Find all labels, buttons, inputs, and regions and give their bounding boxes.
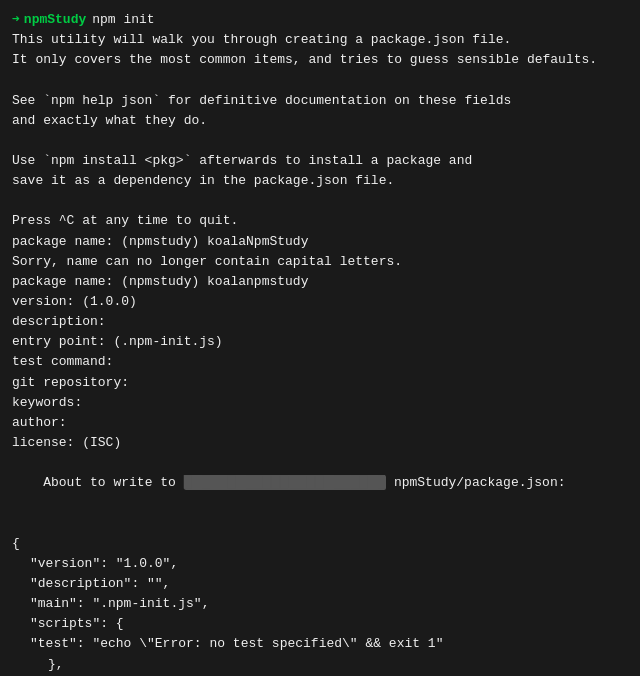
- json-main: "scripts": {: [12, 614, 628, 634]
- git-repo-line: git repository:: [12, 373, 628, 393]
- author-line: author:: [12, 413, 628, 433]
- pkg-name-1: package name: (npmstudy) koalaNpmStudy: [12, 232, 628, 252]
- info-line-1: This utility will walk you through creat…: [12, 30, 628, 50]
- prompt-dir-1: npmStudy: [24, 10, 86, 30]
- about-write-prefix: About to write to: [43, 475, 183, 490]
- json-description: "main": ".npm-init.js",: [12, 594, 628, 614]
- info-line-4: and exactly what they do.: [12, 111, 628, 131]
- terminal: ➜ npmStudy npm init This utility will wa…: [0, 0, 640, 676]
- prompt-line-1: ➜ npmStudy npm init: [12, 10, 628, 30]
- blurred-path: █ █ █ █████████ ████ █: [184, 475, 386, 490]
- json-scripts-open: "test": "echo \"Error: no test specified…: [12, 634, 628, 654]
- info-line-5: Use `npm install <pkg>` afterwards to in…: [12, 151, 628, 171]
- license-line: license: (ISC): [12, 433, 628, 453]
- pkg-name-2: package name: (npmstudy) koalanpmstudy: [12, 272, 628, 292]
- empty-3: [12, 191, 628, 211]
- json-test: },: [12, 655, 628, 675]
- info-line-6: save it as a dependency in the package.j…: [12, 171, 628, 191]
- description-line: description:: [12, 312, 628, 332]
- empty-2: [12, 131, 628, 151]
- version-line: version: (1.0.0): [12, 292, 628, 312]
- info-line-3: See `npm help json` for definitive docum…: [12, 91, 628, 111]
- quit-line: Press ^C at any time to quit.: [12, 211, 628, 231]
- entry-point-line: entry point: (.npm-init.js): [12, 332, 628, 352]
- json-name: "version": "1.0.0",: [12, 554, 628, 574]
- sorry-line: Sorry, name can no longer contain capita…: [12, 252, 628, 272]
- empty-4: [12, 514, 628, 534]
- json-version: "description": "",: [12, 574, 628, 594]
- prompt-arrow-1: ➜: [12, 10, 20, 30]
- prompt-cmd-1: npm init: [92, 10, 154, 30]
- about-to-write-line: About to write to █ █ █ █████████ ████ █…: [12, 453, 628, 513]
- about-write-suffix: npmStudy/package.json:: [386, 475, 565, 490]
- empty-1: [12, 70, 628, 90]
- info-line-2: It only covers the most common items, an…: [12, 50, 628, 70]
- json-open-brace: {: [12, 534, 628, 554]
- keywords-line: keywords:: [12, 393, 628, 413]
- test-cmd-line: test command:: [12, 352, 628, 372]
